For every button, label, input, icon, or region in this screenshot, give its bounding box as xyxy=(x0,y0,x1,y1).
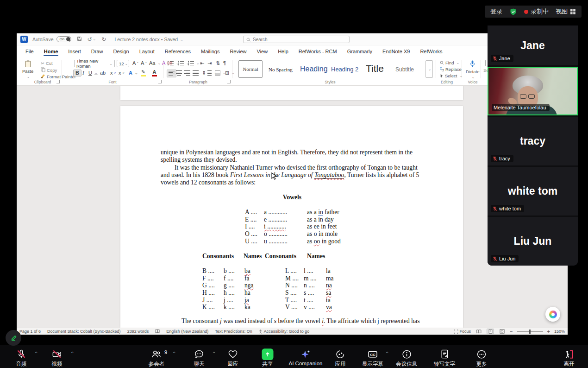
ai-companion-button[interactable]: AI Companion xyxy=(289,349,323,366)
italic-button[interactable]: I xyxy=(82,70,84,76)
audio-options-chevron-icon[interactable]: ⌃ xyxy=(34,351,38,356)
autosave-toggle[interactable]: On xyxy=(56,36,71,42)
participants-button[interactable]: 参会者 xyxy=(149,349,165,368)
tab-file[interactable]: File xyxy=(20,46,39,57)
dictate-button[interactable]: Dictate⌄ xyxy=(466,60,480,79)
paste-button[interactable]: Paste⌄ xyxy=(22,60,33,79)
tab-refworks-rcm[interactable]: RefWorks - RCM xyxy=(294,46,342,57)
leave-button[interactable]: 离开 xyxy=(564,349,575,368)
zoom-in-button[interactable]: + xyxy=(547,329,550,334)
tab-help[interactable]: Help xyxy=(273,46,294,57)
subscript-button[interactable]: x2 xyxy=(110,70,116,76)
shrink-font-button[interactable]: Aˇ xyxy=(141,61,147,66)
tab-draw[interactable]: Draw xyxy=(86,46,108,57)
transcript-button[interactable]: 转写文字 xyxy=(434,349,455,368)
video-options-chevron-icon[interactable]: ⌃ xyxy=(70,351,74,356)
tab-endnote[interactable]: EndNote X9 xyxy=(377,46,415,57)
increase-indent-button[interactable]: ⇥ xyxy=(207,61,212,66)
bullets-button[interactable]: ⌄ xyxy=(168,61,179,66)
text-effects-button[interactable]: A⌄ xyxy=(129,70,138,76)
style-title[interactable]: Title xyxy=(366,63,384,74)
replace-button[interactable]: Replace xyxy=(440,67,462,72)
paragraph-dialog-launcher-icon[interactable] xyxy=(227,80,231,83)
style-subtitle[interactable]: Subtitle xyxy=(395,66,414,73)
copy-button[interactable]: Copy xyxy=(41,67,57,73)
zoom-slider-handle[interactable] xyxy=(529,330,531,334)
proofing-icon[interactable] xyxy=(155,329,160,334)
document-canvas[interactable]: unique in Polynesian languages and are n… xyxy=(17,86,568,328)
font-name-select[interactable]: Times New Roman⌄ xyxy=(74,60,115,67)
participant-tile-liu-jun[interactable]: Liu Jun Liu Jun xyxy=(488,217,578,266)
chat-button[interactable]: 聊天 xyxy=(194,349,205,368)
captions-options-chevron-icon[interactable]: ⌃ xyxy=(385,351,389,356)
font-color-button[interactable]: A xyxy=(152,70,157,76)
show-marks-button[interactable]: ¶ xyxy=(223,61,226,66)
tab-references[interactable]: References xyxy=(160,46,196,57)
change-case-button[interactable]: Aa⌄ xyxy=(149,61,161,66)
strikethrough-button[interactable]: ab xyxy=(100,70,106,76)
undo-chevron-icon[interactable]: ⌄ xyxy=(93,37,96,41)
accessibility-status[interactable]: Accessibility: Good to go xyxy=(259,329,310,334)
tab-mailings[interactable]: Mailings xyxy=(196,46,225,57)
justify-button[interactable] xyxy=(193,70,199,76)
cut-button[interactable]: ✂Cut xyxy=(41,61,53,66)
word-count[interactable]: 2392 words xyxy=(127,329,149,334)
grow-font-button[interactable]: Aˆ xyxy=(132,61,138,66)
text-predictions[interactable]: Text Predictions: On xyxy=(215,329,252,334)
highlight-button[interactable]: ✎ xyxy=(141,70,146,76)
select-button[interactable]: Select⌄ xyxy=(440,73,463,78)
view-button[interactable]: 视图 xyxy=(556,7,576,16)
more-button[interactable]: 更多 xyxy=(476,349,487,368)
participant-tile-white-tom[interactable]: white tom white tom xyxy=(488,167,578,216)
font-dialog-launcher-icon[interactable] xyxy=(158,80,162,83)
decrease-indent-button[interactable]: ⇤ xyxy=(200,61,204,66)
sort-button[interactable]: ⇅ xyxy=(216,61,220,66)
style-heading1[interactable]: Heading xyxy=(300,65,328,73)
chat-options-chevron-icon[interactable]: ⌃ xyxy=(212,351,216,356)
find-button[interactable]: Find⌄ xyxy=(440,60,459,65)
search-input[interactable] xyxy=(253,37,346,42)
security-shield-icon[interactable] xyxy=(509,8,517,16)
tab-insert[interactable]: Insert xyxy=(63,46,86,57)
tab-design[interactable]: Design xyxy=(108,46,134,57)
tab-home[interactable]: Home xyxy=(39,46,63,57)
saved-chevron-icon[interactable]: ⌄ xyxy=(180,38,183,42)
bold-button[interactable]: B xyxy=(73,70,81,76)
meeting-info-button[interactable]: 会议信息 xyxy=(396,349,417,368)
participant-video-tile[interactable]: Melenaite Taumoefolau xyxy=(488,67,578,115)
underline-button[interactable]: U⌄ xyxy=(88,70,98,76)
clipboard-dialog-launcher-icon[interactable] xyxy=(56,80,60,83)
undo-icon[interactable]: ↺ xyxy=(88,37,92,42)
tab-review[interactable]: Review xyxy=(225,46,251,57)
apps-button[interactable]: 应用 xyxy=(335,349,346,368)
tab-layout[interactable]: Layout xyxy=(134,46,160,57)
participant-tile-tracy[interactable]: tracy tracy xyxy=(488,117,578,165)
shading-button[interactable]: ⌄ xyxy=(215,70,226,76)
audio-button[interactable]: 音频 xyxy=(16,349,27,368)
participant-tile-jane[interactable]: Jane Jane xyxy=(488,25,578,65)
document-stack[interactable]: Document Stack: Cobalt (Sync-Backed) xyxy=(47,329,121,334)
multilevel-list-button[interactable]: ⌄ xyxy=(188,61,200,66)
annotate-button[interactable] xyxy=(6,330,21,346)
tab-view[interactable]: View xyxy=(251,46,273,57)
focus-button[interactable]: Focus xyxy=(454,329,471,334)
zoom-out-button[interactable]: − xyxy=(510,329,513,334)
align-right-button[interactable] xyxy=(184,70,190,76)
read-mode-button[interactable] xyxy=(475,329,482,334)
search-box[interactable] xyxy=(243,36,350,43)
align-left-button[interactable] xyxy=(167,70,176,77)
tab-grammarly[interactable]: Grammarly xyxy=(342,46,377,57)
superscript-button[interactable]: x2 xyxy=(119,70,124,76)
page-indicator[interactable]: Page 1 of 6 xyxy=(19,329,41,334)
login-button[interactable]: 登录 xyxy=(490,7,502,16)
numbering-button[interactable]: ⌄ xyxy=(178,61,189,66)
reactions-button[interactable]: 回应 xyxy=(228,349,238,368)
zoom-slider[interactable] xyxy=(517,331,543,332)
tab-refworks[interactable]: RefWorks xyxy=(415,46,447,57)
style-no-spacing[interactable]: No Spacing xyxy=(269,67,293,72)
borders-button[interactable]: ⊞⌄ xyxy=(225,70,235,76)
format-painter-button[interactable]: Format Painter xyxy=(41,74,76,80)
style-heading2[interactable]: Heading 2 xyxy=(331,66,358,73)
print-layout-button[interactable] xyxy=(487,329,494,334)
font-size-select[interactable]: 12⌄ xyxy=(117,60,129,67)
